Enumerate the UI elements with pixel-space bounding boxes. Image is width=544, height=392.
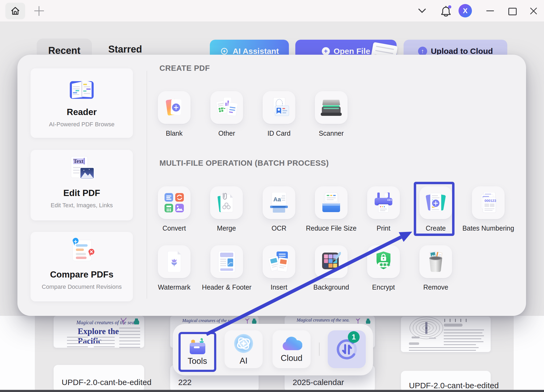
file-card-4[interactable]: UPDF-2.0-cant-be-edited C (401, 371, 491, 392)
bottom-dock: Tools AI Cloud (173, 324, 373, 375)
dock-item-sync[interactable] (328, 330, 366, 368)
file-thumbnail-1[interactable]: Magical creatures of the sea. Explore th… (54, 316, 144, 348)
dock-ai-label: AI (240, 356, 247, 366)
notification-dot (448, 5, 451, 9)
tile-scanner[interactable] (315, 91, 348, 124)
file-thumbnail-4[interactable] (401, 317, 491, 352)
maximize-button[interactable] (508, 8, 517, 15)
thumb1-textlines (67, 337, 88, 348)
tile-ocr[interactable]: Aa (263, 186, 295, 219)
new-tab-button[interactable] (34, 6, 44, 16)
chevron-down-icon[interactable] (418, 8, 427, 15)
tile-header-footer-label: Header & Footer (200, 283, 254, 291)
tile-bates-numbering[interactable]: 000123 (472, 186, 505, 219)
file-name: 222 (178, 378, 192, 387)
sync-badge: 1 (348, 331, 360, 343)
tile-blank[interactable] (158, 91, 191, 124)
reduce-file-size-icon (321, 192, 341, 213)
tile-insert[interactable] (263, 245, 295, 278)
svg-text:Text: Text (73, 158, 83, 164)
tile-print-label: Print (357, 224, 410, 232)
edit-pdf-icon: Text (68, 156, 96, 181)
tile-merge-label: Merge (200, 224, 253, 232)
tab-starred[interactable]: Starred (108, 44, 142, 55)
tile-bates-numbering-label: Bates Numbering (461, 224, 515, 232)
edit-pdf-card[interactable]: Text Edit PDF Edit Text, Images, Links (31, 150, 133, 220)
tile-encrypt-label: Encrypt (357, 283, 410, 291)
svg-text:000123: 000123 (485, 199, 496, 203)
svg-text:✱✱✱: ✱✱✱ (379, 262, 390, 267)
tile-watermark-label: Watermark (147, 283, 201, 291)
convert-icon (165, 193, 184, 212)
reader-card[interactable]: Reader AI-Powered PDF Browse (31, 68, 133, 138)
file-card-partial-right (514, 316, 544, 392)
tile-remove[interactable] (419, 245, 452, 278)
tile-merge[interactable] (210, 186, 243, 219)
bates-numbering-icon: 000123 (478, 192, 498, 213)
encrypt-icon: ✱✱✱ (374, 251, 393, 272)
create-highlight-box (414, 182, 454, 236)
title-bar: X (0, 0, 544, 21)
tile-insert-label: Insert (252, 283, 306, 291)
thumb3-subtitle: Magical creatures of the sea. (297, 317, 350, 323)
notification-bell-icon[interactable] (440, 5, 452, 19)
tile-encrypt[interactable]: ✱✱✱ (367, 245, 400, 278)
tile-other-label: Other (200, 130, 254, 137)
ai-assistant-icon (220, 47, 229, 56)
ai-icon (233, 333, 254, 354)
avatar[interactable]: X (459, 4, 472, 17)
dock-item-ai[interactable]: AI (225, 330, 263, 368)
home-tab-button[interactable] (5, 3, 25, 19)
tile-print[interactable] (367, 186, 400, 219)
tile-watermark[interactable] (158, 245, 191, 278)
batch-header: MULTI-FILE OPERATION (BATCH PROCESS) (159, 159, 329, 168)
file-name: 2025-calendar (293, 378, 344, 387)
coral-icon (365, 317, 371, 324)
file-name: UPDF-2.0-cant-be-edited (62, 378, 151, 387)
divider (147, 71, 147, 299)
tile-background[interactable] (315, 245, 348, 278)
dock-item-cloud[interactable]: Cloud (273, 330, 311, 368)
plus-icon: + (322, 47, 330, 55)
thumb2-subtitle: Magical creatures of the sea. (182, 318, 235, 323)
insert-icon (269, 252, 289, 272)
compare-pdfs-icon (68, 238, 96, 262)
upload-arrow-icon: ↑ (418, 47, 427, 56)
id-card-icon (269, 98, 289, 117)
file-card-1[interactable]: UPDF-2.0-cant-be-edited (54, 365, 144, 392)
tile-ocr-label: OCR (252, 224, 306, 232)
magnetic-field-diagram (401, 317, 491, 352)
app-window: X Recent Starred AI Assistant + Open Fil… (0, 0, 544, 392)
tile-convert[interactable] (158, 186, 191, 219)
dock-item-tools[interactable]: Tools (178, 332, 216, 372)
close-button[interactable] (530, 7, 538, 16)
minimize-button[interactable] (486, 10, 494, 11)
coral-icon (244, 317, 251, 324)
ai-assistant-label: AI Assistant (233, 47, 279, 56)
print-icon (374, 193, 393, 213)
tile-convert-label: Convert (147, 224, 201, 232)
tile-background-label: Background (304, 283, 358, 291)
create-pdf-header: CREATE PDF (159, 64, 210, 73)
open-file-label: Open File (334, 47, 370, 56)
background-icon (322, 252, 341, 271)
tools-icon (188, 338, 207, 355)
compare-pdfs-card[interactable]: Compare PDFs Compare Document Revisions (31, 232, 133, 301)
tile-scanner-label: Scanner (304, 130, 358, 137)
tile-remove-label: Remove (409, 283, 463, 291)
merge-icon (216, 192, 237, 213)
edit-pdf-title: Edit PDF (63, 188, 100, 198)
tile-id-card[interactable] (263, 91, 295, 124)
tools-panel: Reader AI-Powered PDF Browse Text Edit P… (17, 55, 526, 316)
tile-header-footer[interactable] (210, 245, 243, 278)
reader-book-icon (66, 75, 97, 100)
coral-icon (133, 317, 140, 325)
svg-text:Aa: Aa (273, 196, 281, 203)
watermark-icon (165, 251, 183, 272)
reader-subtitle: AI-Powered PDF Browse (49, 121, 115, 128)
header-footer-icon (218, 251, 236, 272)
tile-reduce-file-size[interactable] (315, 186, 348, 219)
thumb1-textlines (119, 328, 140, 348)
dock-cloud-label: Cloud (281, 353, 303, 363)
tile-other[interactable] (210, 91, 243, 124)
